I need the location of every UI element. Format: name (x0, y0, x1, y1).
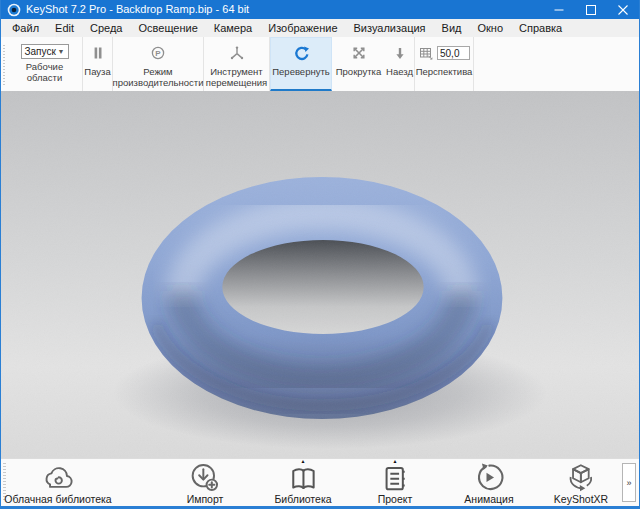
workspace-dropdown-value: Запуск (25, 46, 56, 57)
dolly-button[interactable]: Наезд (385, 37, 415, 91)
bottom-toolbar: Облачная библиотека Импорт (1, 458, 639, 506)
pause-icon (90, 42, 106, 64)
menu-help[interactable]: Справка (511, 19, 570, 37)
move-tool-button[interactable]: Инструмент перемещения (204, 37, 270, 91)
close-icon (618, 5, 628, 15)
minimize-icon (554, 5, 564, 15)
app-window: KeyShot 7.2 Pro - Backdrop Ramp.bip - 64… (0, 0, 640, 509)
library-button[interactable]: ▲ Библиотека (274, 460, 331, 505)
keyshotxr-button[interactable]: KeyShotXR (554, 460, 608, 505)
toolbar-overflow-button[interactable]: » (622, 463, 636, 502)
keyshot-logo-icon (7, 3, 21, 17)
menu-bar: Файл Edit Среда Освещение Камера Изображ… (1, 19, 639, 37)
pan-icon (351, 42, 367, 64)
torus-render (1, 91, 639, 458)
project-icon: ▲ (380, 460, 410, 492)
tumble-icon (293, 42, 310, 64)
library-icon: ▲ (287, 460, 319, 492)
cloud-library-button[interactable]: Облачная библиотека (4, 460, 111, 505)
svg-text:P: P (155, 49, 161, 58)
workspace-dropdown[interactable]: Запуск ▼ (21, 44, 69, 59)
animation-button[interactable]: Анимация (464, 460, 513, 505)
import-button[interactable]: Импорт (187, 460, 224, 505)
animation-icon (473, 460, 505, 492)
dolly-icon (392, 42, 408, 64)
perspective-group: Перспектива (415, 37, 474, 91)
menu-lighting[interactable]: Освещение (131, 19, 206, 37)
workspaces-group: Запуск ▼ Рабочие области (7, 37, 83, 91)
chevrons-right-icon: » (626, 478, 631, 488)
main-toolbar: Запуск ▼ Рабочие области Пауза P Режим (1, 37, 639, 91)
workspaces-label: Рабочие области (7, 61, 82, 83)
keyshotxr-icon (565, 460, 597, 492)
maximize-icon (586, 5, 596, 15)
close-button[interactable] (607, 0, 639, 19)
minimize-button[interactable] (543, 0, 575, 19)
menu-window[interactable]: Окно (469, 19, 511, 37)
pause-button[interactable]: Пауза (83, 37, 113, 91)
performance-mode-button[interactable]: P Режим производительности (113, 37, 204, 91)
tumble-button[interactable]: Перевернуть (270, 37, 332, 91)
menu-view[interactable]: Вид (434, 19, 470, 37)
menu-camera[interactable]: Камера (206, 19, 260, 37)
panel-caret-icon: ▲ (301, 459, 306, 464)
import-icon (189, 460, 221, 492)
window-controls (543, 0, 639, 19)
menu-edit[interactable]: Edit (47, 19, 82, 37)
perspective-label: Перспектива (416, 66, 473, 77)
maximize-button[interactable] (575, 0, 607, 19)
menu-file[interactable]: Файл (4, 19, 47, 37)
project-button[interactable]: ▲ Проект (378, 460, 413, 505)
perspective-grid-icon (418, 45, 434, 61)
render-viewport[interactable] (1, 91, 639, 458)
panel-caret-icon: ▲ (393, 459, 398, 464)
menu-image[interactable]: Изображение (260, 19, 345, 37)
title-bar: KeyShot 7.2 Pro - Backdrop Ramp.bip - 64… (1, 0, 639, 19)
cloud-library-icon (41, 460, 75, 492)
chevron-down-icon: ▼ (58, 48, 65, 55)
window-title: KeyShot 7.2 Pro - Backdrop Ramp.bip - 64… (26, 0, 249, 19)
pan-button[interactable]: Прокрутка (332, 37, 385, 91)
performance-mode-icon: P (150, 42, 166, 64)
menu-render[interactable]: Визуализация (346, 19, 434, 37)
menu-environment[interactable]: Среда (82, 19, 130, 37)
move-tool-icon (229, 42, 245, 64)
perspective-value-input[interactable] (437, 46, 470, 60)
